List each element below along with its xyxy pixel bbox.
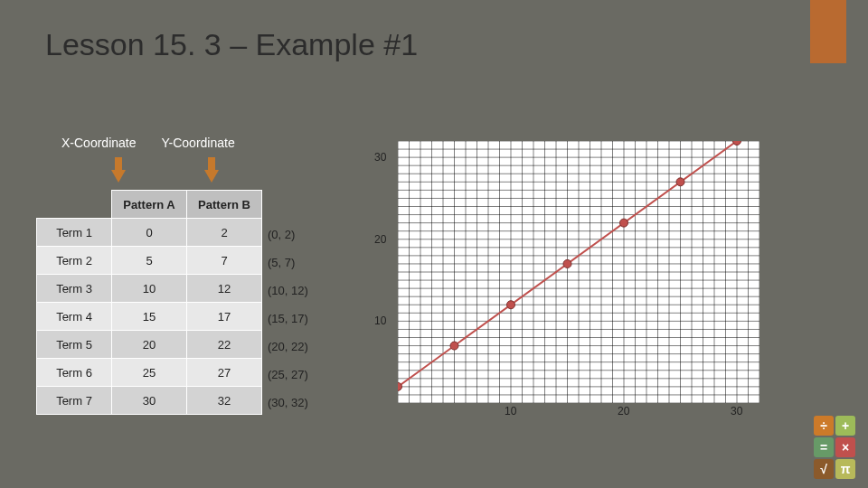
pair: (5, 7) bbox=[268, 249, 308, 277]
cell-a: 10 bbox=[112, 275, 187, 303]
x-coord-label: X-Coordinate bbox=[61, 136, 137, 150]
cell-a: 20 bbox=[112, 331, 187, 359]
row-label: Term 5 bbox=[37, 331, 112, 359]
row-label: Term 4 bbox=[37, 303, 112, 331]
pattern-table: Pattern A Pattern B Term 1 0 2 Term 2 5 … bbox=[36, 190, 262, 415]
plus-icon: + bbox=[835, 416, 855, 436]
pair: (10, 12) bbox=[268, 277, 308, 305]
coordinate-chart: 102030 102030 bbox=[398, 141, 760, 421]
division-icon: ÷ bbox=[814, 416, 834, 436]
svg-point-69 bbox=[450, 342, 458, 350]
cell-b: 27 bbox=[187, 359, 262, 387]
cell-b: 32 bbox=[187, 387, 262, 415]
cell-b: 17 bbox=[187, 303, 262, 331]
math-decoration: ÷ + = × √ π bbox=[814, 416, 855, 479]
table-corner bbox=[37, 191, 112, 219]
col-pattern-a: Pattern A bbox=[112, 191, 187, 219]
cell-b: 2 bbox=[187, 219, 262, 247]
row-label: Term 3 bbox=[37, 275, 112, 303]
table-row: Term 6 25 27 bbox=[37, 359, 262, 387]
table-row: Term 2 5 7 bbox=[37, 247, 262, 275]
arrow-down-icon bbox=[111, 170, 126, 183]
pair: (15, 17) bbox=[268, 305, 308, 333]
svg-point-71 bbox=[563, 259, 571, 267]
root-icon: √ bbox=[814, 459, 834, 479]
equals-icon: = bbox=[814, 437, 834, 457]
svg-point-73 bbox=[676, 178, 684, 186]
cell-b: 12 bbox=[187, 275, 262, 303]
cell-a: 15 bbox=[112, 303, 187, 331]
cell-a: 5 bbox=[112, 247, 187, 275]
cell-b: 22 bbox=[187, 331, 262, 359]
times-icon: × bbox=[835, 437, 855, 457]
table-row: Term 1 0 2 bbox=[37, 219, 262, 247]
svg-point-70 bbox=[507, 301, 515, 309]
table-row: Term 3 10 12 bbox=[37, 275, 262, 303]
row-label: Term 2 bbox=[37, 247, 112, 275]
svg-point-68 bbox=[398, 382, 402, 390]
pair: (0, 2) bbox=[268, 221, 308, 249]
cell-a: 0 bbox=[112, 219, 187, 247]
accent-bar bbox=[810, 0, 846, 63]
arrow-down-icon bbox=[204, 170, 219, 183]
table-row: Term 7 30 32 bbox=[37, 387, 262, 415]
coordinate-labels: X-Coordinate Y-Coordinate bbox=[61, 136, 235, 150]
cell-a: 25 bbox=[112, 359, 187, 387]
svg-point-74 bbox=[733, 141, 741, 145]
ordered-pairs: (0, 2) (5, 7) (10, 12) (15, 17) (20, 22)… bbox=[268, 221, 308, 417]
pair: (30, 32) bbox=[268, 389, 308, 417]
row-label: Term 1 bbox=[37, 219, 112, 247]
chart-svg bbox=[398, 141, 760, 403]
table-row: Term 4 15 17 bbox=[37, 303, 262, 331]
cell-a: 30 bbox=[112, 387, 187, 415]
y-coord-label: Y-Coordinate bbox=[162, 136, 235, 150]
col-pattern-b: Pattern B bbox=[187, 191, 262, 219]
page-title: Lesson 15. 3 – Example #1 bbox=[45, 27, 418, 62]
table-row: Term 5 20 22 bbox=[37, 331, 262, 359]
pair: (20, 22) bbox=[268, 333, 308, 361]
pi-icon: π bbox=[835, 459, 855, 479]
pair: (25, 27) bbox=[268, 361, 308, 389]
row-label: Term 6 bbox=[37, 359, 112, 387]
svg-point-72 bbox=[620, 219, 628, 227]
cell-b: 7 bbox=[187, 247, 262, 275]
row-label: Term 7 bbox=[37, 387, 112, 415]
